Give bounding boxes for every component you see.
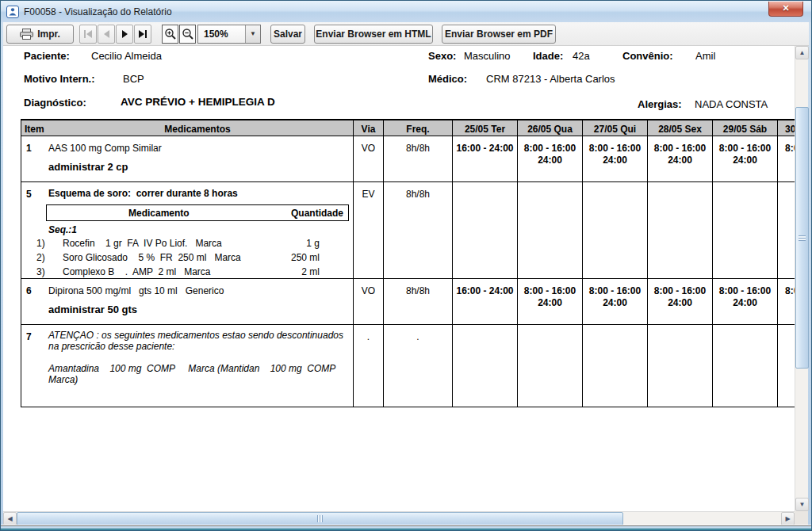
paciente-label: Paciente: xyxy=(24,50,70,62)
vertical-scrollbar-thumb[interactable] xyxy=(795,107,809,369)
next-page-button[interactable] xyxy=(116,25,133,44)
first-page-icon xyxy=(84,30,93,38)
zoom-out-icon xyxy=(182,28,194,40)
sub-med-desc: Soro Glicosado 5 % FR 250 ml Marca xyxy=(63,252,241,263)
item-number: 6 xyxy=(26,285,32,296)
table-header-row: Item Medicamentos Via Freq. 25/05 Ter 26… xyxy=(21,119,795,136)
app-icon xyxy=(6,6,19,18)
scrollbar-corner xyxy=(795,511,808,525)
via-cell: VO xyxy=(354,136,384,181)
save-button[interactable]: Salvar xyxy=(270,25,305,44)
vertical-scrollbar[interactable]: ▲ ▼ xyxy=(795,46,808,511)
convenio-label: Convênio: xyxy=(622,50,673,62)
table-row: 7 ATENÇAO : os seguintes medicamentos es… xyxy=(21,325,795,407)
chevron-down-icon[interactable]: ▼ xyxy=(245,25,260,43)
alergias-value: NADA CONSTA xyxy=(695,98,768,110)
sub-table-header: Medicamento Quantidade xyxy=(46,204,349,221)
thumb-grip xyxy=(799,235,806,241)
schedule-cell xyxy=(583,325,648,407)
schedule-cell xyxy=(713,182,778,278)
first-page-button[interactable] xyxy=(79,25,97,44)
freq-cell: 8h/8h xyxy=(384,136,453,181)
last-page-button[interactable] xyxy=(134,25,151,44)
sub-med-qty: 250 ml xyxy=(256,252,320,263)
idade-value: 42a xyxy=(573,50,590,62)
schedule-cell-clipped: 8:0 xyxy=(778,279,795,324)
horizontal-scrollbar-thumb[interactable] xyxy=(17,512,623,525)
sub-med-index: 2) xyxy=(36,252,45,263)
thumb-grip xyxy=(317,515,323,522)
zoom-out-button[interactable] xyxy=(179,25,196,44)
scroll-up-icon: ▲ xyxy=(799,49,806,56)
sequence-label: Seq.:1 xyxy=(48,224,77,235)
idade-label: Idade: xyxy=(533,50,563,62)
schedule-cell-clipped xyxy=(778,325,795,407)
report-viewer-window: F00058 - Visualização do Relatório ✕ Imp… xyxy=(0,0,812,531)
header-item: Item xyxy=(21,120,42,136)
header-via: Via xyxy=(354,120,384,136)
send-browser-html-button[interactable]: Enviar Browser em HTML xyxy=(314,25,433,44)
discontinued-warning-text: ATENÇAO : os seguintes medicamentos esta… xyxy=(48,330,343,352)
schedule-cell-clipped xyxy=(778,182,795,278)
header-day-5: 29/05 Sáb xyxy=(713,120,778,136)
zoom-in-button[interactable] xyxy=(162,25,178,44)
previous-page-button[interactable] xyxy=(98,25,115,44)
table-row: 1 AAS 100 mg Comp Similar administrar 2 … xyxy=(21,136,795,182)
medication-instruction: administrar 2 cp xyxy=(48,161,128,173)
table-row: 6 Dipirona 500 mg/ml gts 10 ml Generico … xyxy=(21,279,795,325)
header-freq: Freq. xyxy=(384,120,453,136)
prescription-table: Item Medicamentos Via Freq. 25/05 Ter 26… xyxy=(21,119,795,407)
scroll-left-button[interactable]: ◀ xyxy=(3,512,17,525)
header-day-6-clipped: 30 xyxy=(778,120,795,136)
page-navigation xyxy=(79,25,151,44)
medico-label: Médico: xyxy=(428,73,467,85)
close-icon: ✕ xyxy=(782,3,789,13)
medication-name: AAS 100 mg Comp Similar xyxy=(48,143,162,154)
printer-icon xyxy=(20,29,33,40)
schedule-cell xyxy=(453,182,518,278)
sub-med-qty: 1 g xyxy=(256,238,320,249)
medication-name: Dipirona 500 mg/ml gts 10 ml Generico xyxy=(48,285,224,296)
print-button-label: Impr. xyxy=(37,29,60,40)
scroll-right-icon: ▶ xyxy=(785,515,790,522)
sub-med-index: 1) xyxy=(36,238,45,249)
header-medicamentos: Medicamentos xyxy=(42,120,354,136)
via-cell: . xyxy=(354,325,384,407)
toolbar: Impr. xyxy=(3,22,809,46)
horizontal-scrollbar[interactable]: ◀ ▶ xyxy=(3,511,795,525)
schedule-cell xyxy=(453,325,518,407)
header-day-4: 28/05 Sex xyxy=(648,120,713,136)
motivo-label: Motivo Intern.: xyxy=(24,73,95,85)
medico-value: CRM 87213 - Alberta Carlos xyxy=(486,73,615,85)
report-page: Paciente: Cecilio Almeida Sexo: Masculin… xyxy=(3,46,795,511)
close-button[interactable]: ✕ xyxy=(768,2,803,17)
zoom-level-select[interactable]: 150% ▼ xyxy=(197,25,261,44)
zoom-controls xyxy=(162,25,196,44)
scroll-up-button[interactable]: ▲ xyxy=(795,46,809,59)
window-title: F00058 - Visualização do Relatório xyxy=(24,6,172,17)
medication-instruction: administrar 50 gts xyxy=(48,304,137,315)
sexo-value: Masculino xyxy=(464,50,511,62)
send-browser-pdf-button[interactable]: Enviar Browser em PDF xyxy=(442,25,556,44)
diagnostico-value: AVC PRÉVIO + HEMIPLEGIA D xyxy=(121,96,275,108)
schedule-cell xyxy=(648,182,713,278)
scroll-left-icon: ◀ xyxy=(7,515,12,522)
print-button[interactable]: Impr. xyxy=(6,25,74,44)
medication-cell: 6 Dipirona 500 mg/ml gts 10 ml Generico … xyxy=(21,279,354,324)
schedule-cell: 8:00 - 16:0024:00 xyxy=(713,279,778,324)
schedule-cell xyxy=(713,325,778,407)
schedule-cell: 8:00 - 16:0024:00 xyxy=(518,279,583,324)
scroll-down-button[interactable]: ▼ xyxy=(795,498,809,511)
header-day-1: 25/05 Ter xyxy=(453,120,518,136)
table-row: 5 Esquema de soro: correr durante 8 hora… xyxy=(21,182,795,279)
scroll-right-button[interactable]: ▶ xyxy=(781,512,795,525)
schedule-cell xyxy=(583,182,648,278)
next-page-icon xyxy=(121,30,128,38)
zoom-level-value: 150% xyxy=(198,25,245,43)
alergias-label: Alergias: xyxy=(638,98,682,110)
sub-header-medicamento: Medicamento xyxy=(128,208,190,219)
send-browser-pdf-label: Enviar Browser em PDF xyxy=(445,29,553,40)
previous-page-icon xyxy=(103,30,110,38)
via-cell: EV xyxy=(354,182,384,278)
item-number: 5 xyxy=(26,189,32,200)
